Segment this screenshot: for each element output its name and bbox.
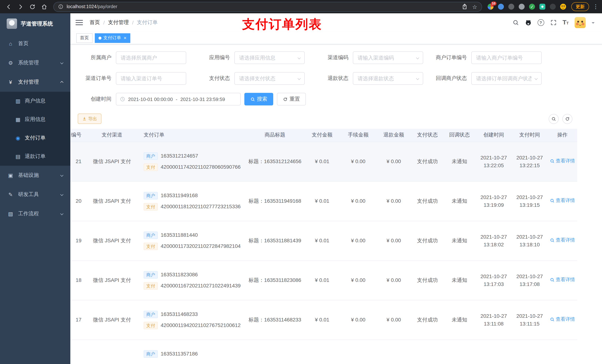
refund-status-select[interactable]: [353, 73, 423, 84]
avatar[interactable]: [575, 17, 586, 28]
app-select[interactable]: [235, 52, 304, 64]
sidebar-item-infrastructure[interactable]: ▣ 基础设施: [0, 166, 70, 185]
view-detail-link[interactable]: 查看详情: [550, 276, 575, 283]
fullscreen-icon[interactable]: [550, 19, 557, 26]
breadcrumb-separator: /: [103, 20, 105, 26]
fee-amount: ¥ 0.00: [351, 277, 366, 283]
channel-code-select[interactable]: [353, 52, 423, 64]
site-info-icon[interactable]: [58, 4, 63, 9]
product-title: 1635311881439: [264, 237, 301, 243]
tab-home[interactable]: 首页: [76, 33, 93, 43]
sidebar-item-pay-order[interactable]: ◉ 支付订单: [0, 129, 70, 147]
sidebar-item-home[interactable]: ⌂ 首页: [0, 34, 70, 53]
breadcrumb: 首页 / 支付管理 / 支付订单: [90, 19, 158, 26]
create-time: 2021-10-2713:18:02: [478, 233, 510, 248]
address-bar[interactable]: localhost:1024/pay/order ☆: [53, 2, 482, 12]
app-label: 应用编号: [196, 54, 234, 61]
view-detail-label: 查看详情: [556, 237, 575, 243]
tool-icon: ✎: [7, 192, 14, 198]
view-detail-link[interactable]: 查看详情: [550, 197, 575, 204]
search-icon[interactable]: [512, 19, 519, 26]
bookmark-star-icon[interactable]: ☆: [472, 4, 477, 10]
pay-status: 支付成功: [417, 237, 438, 243]
col-header-actions: 操作: [548, 129, 577, 142]
extension-glyph: [539, 4, 545, 10]
sidebar-item-workflow[interactable]: ▧ 工作流程: [0, 204, 70, 223]
extension-icon-green-check[interactable]: ✓: [527, 2, 537, 11]
notify-status-label: 回调商户状态: [433, 75, 471, 82]
breadcrumb-home[interactable]: 首页: [90, 19, 100, 26]
create-time: 2021-10-2713:11:08: [478, 312, 510, 328]
chevron-up-icon: [60, 81, 64, 84]
export-button[interactable]: 导出: [78, 114, 101, 124]
merchant-order-no: 1635312124657: [161, 152, 198, 159]
tab-pay-order[interactable]: 支付订单 ×: [95, 33, 130, 43]
extension-icon-teal-chat[interactable]: [538, 2, 547, 11]
refresh-icon: [283, 97, 288, 102]
help-icon[interactable]: ?: [538, 19, 544, 26]
create-time-range-picker[interactable]: 2021-10-01 00:00:00 - 2021-10-31 23:59:5…: [116, 93, 241, 105]
pay-channel: 微信 JSAPI 支付: [93, 198, 131, 204]
breadcrumb-pay[interactable]: 支付管理: [108, 19, 129, 26]
pay-channel: 微信 JSAPI 支付: [93, 158, 131, 164]
merchant-input[interactable]: [116, 52, 186, 64]
sidebar-item-merchant-info[interactable]: ▥ 商户信息: [0, 92, 70, 110]
product-title-label: 标题：: [249, 198, 264, 204]
channel-order-no-input[interactable]: [116, 73, 186, 84]
document-icon: ▤: [15, 154, 21, 159]
pay-amount: ¥ 0.01: [315, 277, 329, 283]
github-icon[interactable]: [525, 19, 531, 26]
sidebar-item-pay[interactable]: ¥ 支付管理: [0, 73, 70, 92]
sidebar-item-app-info[interactable]: ▦ 应用信息: [0, 110, 70, 129]
merchant-tag: 商户: [144, 311, 158, 318]
extension-glyph: [550, 4, 556, 10]
toggle-search-button[interactable]: [549, 114, 559, 124]
extension-icon-smiley[interactable]: [558, 2, 568, 11]
browser-reload-icon[interactable]: [27, 1, 38, 12]
tab-close-icon[interactable]: ×: [124, 35, 127, 40]
sidebar-item-label: 商户信息: [25, 98, 45, 104]
browser-back-icon[interactable]: [3, 1, 14, 12]
active-dot: [98, 36, 101, 39]
view-detail-link[interactable]: 查看详情: [550, 316, 575, 322]
browser-forward-icon[interactable]: [15, 1, 26, 12]
extension-icon-multicolor[interactable]: 10: [486, 2, 495, 11]
search-button[interactable]: 搜索: [244, 93, 273, 105]
extension-icon-blue[interactable]: [496, 2, 506, 11]
tabs-bar: 首页 支付订单 ×: [70, 32, 602, 44]
table-row: 16 商户 1635311357186 支付 标题： 查看详情: [70, 340, 577, 364]
extension-icon-gray[interactable]: [506, 2, 516, 11]
extension-icon-lightgray[interactable]: [517, 2, 527, 11]
yen-icon: ¥: [7, 79, 14, 85]
refund-amount: ¥ 0.00: [387, 316, 401, 322]
pay-amount: ¥ 0.01: [315, 237, 329, 243]
avatar-caret-icon[interactable]: [592, 22, 595, 25]
share-icon[interactable]: [461, 3, 468, 10]
sidebar-item-refund-order[interactable]: ▤ 退款订单: [0, 147, 70, 166]
channel-pay-no: 4200001173202110272847982104: [161, 242, 241, 250]
sidebar-item-devtools[interactable]: ✎ 研发工具: [0, 185, 70, 204]
browser-menu-icon[interactable]: ⋮: [592, 3, 599, 10]
sidebar-item-system[interactable]: ⚙ 系统管理: [0, 53, 70, 73]
order-id: 20: [76, 198, 81, 204]
orders-table: 编号 支付渠道 支付订单 商品标题 支付金额 手续金额 退款金额 支付状态 回调…: [70, 129, 577, 364]
sidebar-toggle-icon[interactable]: [75, 19, 83, 27]
font-size-icon[interactable]: TT: [563, 19, 569, 26]
notify-status: 未通知: [452, 158, 467, 164]
notify-status-select[interactable]: [472, 73, 541, 84]
range-end: 2021-10-31 23:59:59: [180, 96, 225, 102]
extension-icon-dark[interactable]: [548, 2, 558, 11]
pay-status-select[interactable]: [235, 73, 304, 84]
chevron-down-icon: [60, 61, 64, 64]
search-icon: [550, 317, 555, 322]
export-button-label: 导出: [88, 116, 97, 122]
app-logo[interactable]: 芋道管理系统: [0, 13, 70, 34]
merchant-order-no-input[interactable]: [472, 52, 541, 64]
view-detail-link[interactable]: 查看详情: [550, 237, 575, 243]
flow-icon: ▧: [7, 211, 14, 217]
reset-button[interactable]: 重置: [277, 93, 306, 105]
refresh-table-button[interactable]: [562, 114, 572, 124]
view-detail-link[interactable]: 查看详情: [550, 157, 575, 164]
browser-home-icon[interactable]: [39, 1, 50, 12]
browser-update-button[interactable]: 更新: [571, 2, 589, 11]
